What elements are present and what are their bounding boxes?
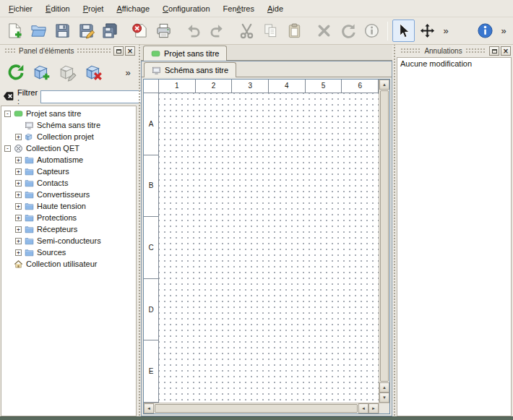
ruler-column-3: 3 — [232, 80, 269, 93]
scroll-left-button-alt[interactable]: ◄ — [358, 403, 368, 413]
menu-fenetres[interactable]: Fenêtres — [217, 1, 261, 16]
menu-projet[interactable]: Projet — [77, 1, 111, 16]
tree-item-projet-sans-titre[interactable]: -Projet sans titre — [1, 108, 136, 119]
vertical-scrollbar[interactable]: ▲ ▲ ▼ — [379, 80, 389, 403]
tree-expander[interactable]: + — [15, 226, 22, 233]
info-blue-icon — [477, 22, 493, 39]
vertical-scroll-thumb[interactable] — [380, 90, 389, 382]
tree-expander[interactable]: + — [15, 215, 22, 221]
tab-project-sans-titre[interactable]: Projet sans titre — [143, 46, 227, 61]
undo-panel-header[interactable]: Annulations × — [396, 45, 513, 57]
tree-item-collection-projet[interactable]: +Collection projet — [1, 131, 136, 142]
vertical-scroll-track[interactable] — [379, 90, 389, 382]
project-icon — [14, 109, 23, 119]
tree-item-label: Collection projet — [37, 132, 94, 141]
tree-item-haute-tension[interactable]: +Haute tension — [1, 200, 136, 212]
undo-list-item[interactable]: Aucune modification — [397, 58, 511, 69]
dock-grip — [465, 48, 486, 54]
menu-fichier[interactable]: Fichier — [2, 1, 39, 16]
selection-mode-button[interactable] — [392, 20, 415, 42]
scroll-up-button[interactable]: ▲ — [379, 80, 389, 90]
save-all-button[interactable] — [99, 20, 121, 42]
up-arrow-icon: ▲ — [382, 82, 387, 87]
close-panel-button[interactable]: × — [501, 46, 511, 56]
new-project-button[interactable] — [4, 20, 26, 42]
tab-schema-sans-titre[interactable]: Schéma sans titre — [144, 62, 236, 77]
tree-item-sources[interactable]: +Sources — [1, 247, 136, 258]
edit-element-button — [56, 60, 80, 85]
scroll-up-button-alt[interactable]: ▲ — [379, 382, 389, 393]
bottom-edge — [0, 416, 513, 420]
folder-icon — [25, 167, 34, 176]
save-button[interactable] — [51, 20, 74, 42]
schema-view: 123456 ABCDE ▲ ▲ ▼ ◄ ◄ ► — [143, 79, 390, 414]
tree-item-recepteurs[interactable]: +Récepteurs — [1, 223, 136, 235]
clear-filter-button[interactable] — [3, 90, 14, 104]
scroll-down-button[interactable]: ▼ — [379, 393, 389, 403]
delete-selection-button — [313, 20, 335, 42]
open-project-button[interactable] — [27, 20, 50, 42]
tree-item-collection-qet[interactable]: -Collection QET — [1, 142, 136, 154]
scroll-left-button[interactable]: ◄ — [144, 403, 154, 413]
dock-grip — [4, 48, 16, 54]
schema-tab-bar: Schéma sans titre — [142, 61, 392, 77]
close-panel-button[interactable]: × — [125, 46, 135, 56]
ruler-column-1: 1 — [159, 80, 196, 93]
tree-item-automatisme[interactable]: +Automatisme — [1, 154, 136, 166]
help-overflow-button[interactable]: » — [498, 20, 509, 42]
visualisation-mode-button[interactable] — [416, 20, 439, 42]
horizontal-scroll-track[interactable] — [154, 403, 358, 413]
elements-panel-header[interactable]: Panel d'éléments × — [0, 45, 137, 57]
tree-expander[interactable]: - — [4, 145, 11, 152]
horizontal-scroll-thumb[interactable] — [155, 404, 358, 413]
menu-edition[interactable]: Édition — [39, 1, 77, 16]
qelectrotech-window: FichierÉditionProjetAffichageConfigurati… — [0, 0, 513, 420]
delete-icon — [316, 22, 332, 39]
panel-overflow-button[interactable]: » — [122, 61, 134, 84]
tree-expander[interactable]: + — [15, 168, 22, 175]
project-icon — [151, 49, 160, 59]
delete-element-button[interactable] — [82, 60, 106, 85]
horizontal-scrollbar[interactable]: ◄ ◄ ► — [144, 403, 379, 413]
tree-item-collection-utilisateur[interactable]: Collection utilisateur — [1, 258, 136, 270]
float-panel-button[interactable] — [113, 46, 124, 56]
undo-icon — [185, 22, 202, 39]
tree-item-capteurs[interactable]: +Capteurs — [1, 166, 136, 177]
tools-overflow-button[interactable]: » — [440, 20, 452, 42]
redo-icon — [209, 22, 225, 39]
menu-affichage[interactable]: Affichage — [110, 1, 156, 16]
tree-expander[interactable]: + — [15, 238, 22, 244]
tree-item-protections[interactable]: +Protections — [1, 212, 136, 223]
folder-icon — [25, 190, 34, 200]
tree-expander[interactable]: - — [4, 111, 11, 117]
filter-input[interactable] — [40, 90, 149, 103]
new-element-button[interactable] — [30, 60, 54, 85]
menu-configuration[interactable]: Configuration — [156, 1, 216, 16]
print-button[interactable] — [152, 20, 175, 42]
clear-filter-icon — [3, 90, 14, 103]
tree-expander[interactable]: + — [15, 249, 22, 256]
tree-expander[interactable]: + — [15, 192, 22, 198]
about-qet-button[interactable] — [474, 20, 496, 42]
schema-canvas[interactable] — [159, 93, 379, 403]
tree-item-semi-conducteurs[interactable]: +Semi-conducteurs — [1, 235, 136, 247]
close-file-button[interactable] — [129, 20, 151, 42]
float-panel-button[interactable] — [489, 46, 499, 56]
tree-item-schema-sans-titre[interactable]: Schéma sans titre — [1, 119, 136, 131]
folder-icon — [25, 155, 34, 165]
tree-expander[interactable]: + — [15, 180, 22, 187]
rotate-selection-button — [337, 20, 359, 42]
save-as-button[interactable] — [75, 20, 98, 42]
doc-new-icon — [7, 22, 23, 39]
menu-aide[interactable]: Aide — [261, 1, 290, 16]
tree-expander[interactable]: + — [15, 203, 22, 210]
scroll-right-button[interactable]: ► — [368, 403, 379, 413]
tree-item-convertisseurs[interactable]: +Convertisseurs — [1, 189, 136, 200]
tree-expander[interactable]: + — [15, 157, 22, 163]
tree-item-label: Contacts — [37, 179, 68, 187]
reload-collections-button[interactable] — [4, 60, 28, 85]
close-icon: × — [503, 48, 509, 55]
tree-expander[interactable]: + — [15, 134, 22, 140]
tree-item-contacts[interactable]: +Contacts — [1, 177, 136, 189]
redo-button — [206, 20, 228, 42]
